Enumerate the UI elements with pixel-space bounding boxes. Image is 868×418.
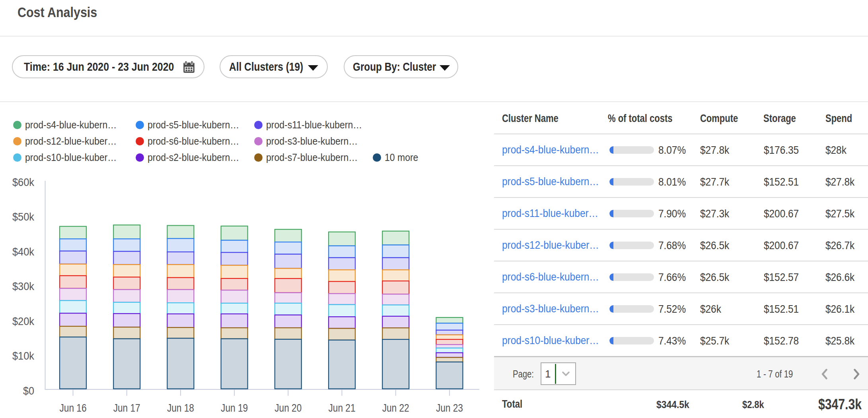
- svg-text:$60k: $60k: [12, 176, 34, 188]
- svg-text:$30k: $30k: [12, 281, 34, 292]
- svg-text:$40k: $40k: [12, 246, 34, 258]
- svg-text:$50k: $50k: [12, 211, 34, 223]
- svg-text:Jun 19: Jun 19: [221, 402, 248, 414]
- svg-text:Jun 22: Jun 22: [382, 402, 409, 414]
- svg-text:Jun 23: Jun 23: [436, 402, 463, 414]
- svg-text:$20k: $20k: [12, 315, 34, 327]
- svg-text:Jun 18: Jun 18: [167, 402, 194, 414]
- svg-text:$0: $0: [23, 385, 34, 397]
- svg-text:Jun 21: Jun 21: [329, 402, 356, 414]
- svg-text:Jun 17: Jun 17: [113, 402, 140, 414]
- svg-text:$10k: $10k: [12, 350, 34, 362]
- svg-text:Jun 20: Jun 20: [274, 402, 302, 414]
- svg-text:Jun 16: Jun 16: [60, 402, 87, 414]
